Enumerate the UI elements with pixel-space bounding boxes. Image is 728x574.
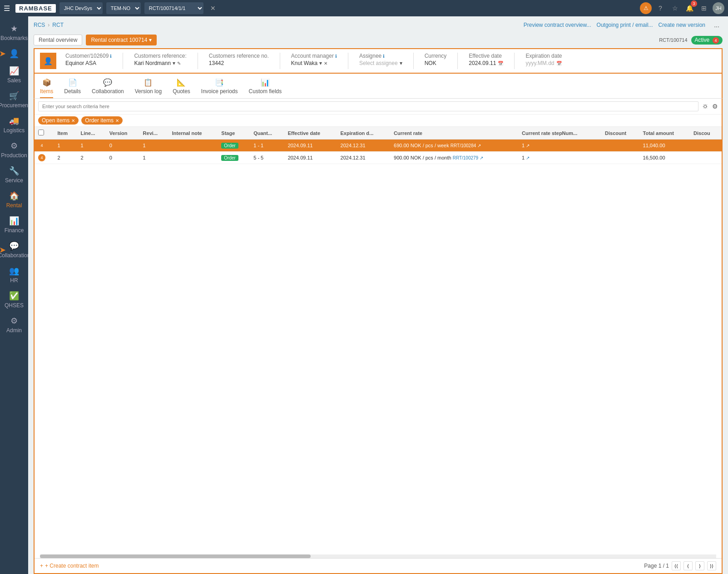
grid-icon[interactable]: ⊞ bbox=[698, 2, 710, 14]
sidebar-item-hr[interactable]: 👥 HR bbox=[0, 262, 28, 287]
first-page-btn[interactable]: ⟨⟨ bbox=[672, 561, 681, 570]
sidebar-item-logistics[interactable]: 🚚 Logistics bbox=[0, 112, 28, 137]
col-expiration-date[interactable]: Expiration d... bbox=[337, 127, 391, 140]
filter-tag-order-items[interactable]: Order items ✕ bbox=[81, 116, 123, 125]
sidebar-item-finance[interactable]: 📊 Finance bbox=[0, 212, 28, 237]
tab-quotes[interactable]: 📐 Quotes bbox=[173, 76, 190, 98]
rate-link-icon[interactable]: RRT/100279 ↗ bbox=[453, 155, 483, 160]
form-separator-4 bbox=[348, 53, 348, 69]
items-tab-label: Items bbox=[40, 88, 53, 95]
tab-dropdown-arrow[interactable]: ▾ bbox=[149, 37, 152, 43]
tab-rental-overview[interactable]: Rental overview bbox=[34, 35, 82, 45]
close-tab-btn[interactable]: ✕ bbox=[207, 2, 219, 14]
top-bar-right: ⚠ ? ☆ 🔔 3 ⊞ JH bbox=[640, 2, 724, 14]
col-total-amount[interactable]: Total amount bbox=[639, 127, 690, 140]
assignee-info-icon[interactable]: ℹ bbox=[383, 54, 385, 59]
effective-date-calendar-icon[interactable]: 📅 bbox=[498, 61, 503, 66]
reference-dropdown-icon[interactable]: ▾ bbox=[173, 60, 175, 66]
create-version-link[interactable]: Create new version bbox=[659, 22, 705, 28]
customer-info-icon[interactable]: ℹ bbox=[110, 54, 112, 59]
row2-item: 2 bbox=[54, 152, 77, 164]
help-icon[interactable]: ? bbox=[654, 2, 666, 14]
search-input[interactable] bbox=[38, 101, 698, 111]
breadcrumb-rct[interactable]: RCT bbox=[52, 22, 64, 28]
sidebar-item-collaboration[interactable]: ➤ 💬 Collaboration bbox=[0, 237, 28, 262]
customers-reference-no-field: Customers reference no. 13442 bbox=[209, 53, 269, 66]
sidebar-item-bookmarks[interactable]: ★ Bookmarks bbox=[0, 20, 28, 45]
filter-tag-open-items[interactable]: Open items ✕ bbox=[38, 116, 79, 125]
sidebar-item-rental[interactable]: 🏠 Rental bbox=[0, 187, 28, 212]
tab-collaboration[interactable]: 💬 Collaboration bbox=[92, 76, 124, 98]
last-page-btn[interactable]: ⟩⟩ bbox=[707, 561, 716, 570]
tab-items[interactable]: 📦 Items bbox=[40, 76, 53, 98]
account-manager-dropdown-icon[interactable]: ▾ bbox=[319, 60, 322, 66]
col-version[interactable]: Version bbox=[106, 127, 139, 140]
col-discount2[interactable]: Discou bbox=[690, 127, 722, 140]
prev-page-btn[interactable]: ⟨ bbox=[683, 561, 693, 570]
menu-icon[interactable]: ☰ bbox=[4, 4, 10, 13]
tab-version-log[interactable]: 📋 Version log bbox=[135, 76, 162, 98]
step-link-icon[interactable]: ↗ bbox=[526, 143, 530, 148]
sidebar-item-service[interactable]: 🔧 Service bbox=[0, 162, 28, 187]
form-separator-7 bbox=[514, 53, 515, 69]
filter-icon-btn[interactable]: ⛭ bbox=[702, 103, 708, 110]
company-dropdown[interactable]: JHC DevSys bbox=[59, 2, 103, 14]
col-rate-step[interactable]: Current rate stepNum... bbox=[518, 127, 601, 140]
assignee-dropdown-icon[interactable]: ▾ bbox=[400, 60, 402, 66]
production-icon: ⚙ bbox=[10, 141, 18, 151]
sidebar-item-qhses[interactable]: ✅ QHSES bbox=[0, 287, 28, 312]
sidebar-item-label: Sales bbox=[7, 77, 21, 84]
next-page-btn[interactable]: ⟩ bbox=[695, 561, 704, 570]
avatar[interactable]: JH bbox=[713, 2, 724, 14]
step-link-icon[interactable]: ↗ bbox=[526, 155, 530, 160]
remove-filter-order-items[interactable]: ✕ bbox=[115, 118, 119, 123]
more-actions-btn[interactable]: ... bbox=[711, 19, 723, 31]
tab-custom-fields[interactable]: 📊 Custom fields bbox=[249, 76, 282, 98]
account-manager-info-icon[interactable]: ℹ bbox=[335, 54, 337, 59]
document-ref-dropdown[interactable]: RCT/100714/1/1 bbox=[144, 2, 203, 14]
tab-details[interactable]: 📄 Details bbox=[64, 76, 81, 98]
sidebar-item-label: Rental bbox=[6, 202, 22, 209]
expiration-date-calendar-icon[interactable]: 📅 bbox=[556, 61, 562, 66]
create-contract-item-link[interactable]: + + Create contract item bbox=[40, 563, 99, 569]
currency-value: NOK bbox=[425, 60, 447, 66]
star-icon[interactable]: ☆ bbox=[669, 2, 681, 14]
account-manager-clear-icon[interactable]: ✕ bbox=[324, 61, 327, 66]
col-internal-note[interactable]: Internal note bbox=[168, 127, 218, 140]
col-effective-date[interactable]: Effective date bbox=[284, 127, 337, 140]
horizontal-scrollbar[interactable] bbox=[40, 554, 716, 558]
customer-field: Customer/102609 ℹ Equinor ASA bbox=[65, 53, 112, 66]
top-bar: ☰ RAMBASE JHC DevSys TEM-NO RCT/100714/1… bbox=[0, 0, 728, 16]
rate-link-icon[interactable]: RRT/100284 ↗ bbox=[451, 143, 481, 148]
sidebar-item-user[interactable]: ➤ 👤 bbox=[0, 45, 28, 62]
row2-expiration-date: 2024.12.31 bbox=[337, 152, 391, 164]
col-discount[interactable]: Discount bbox=[601, 127, 639, 140]
alert-icon[interactable]: ⚠ bbox=[640, 2, 652, 14]
col-quantity[interactable]: Quant... bbox=[250, 127, 284, 140]
environment-dropdown[interactable]: TEM-NO bbox=[106, 2, 141, 14]
select-all-checkbox[interactable] bbox=[38, 130, 44, 135]
col-current-rate[interactable]: Current rate bbox=[390, 127, 518, 140]
preview-contract-link[interactable]: Preview contract overview... bbox=[524, 22, 591, 28]
table-row[interactable]: 4 2 2 0 1 Order 5 - 5 2024.09.11 2024.12… bbox=[35, 152, 722, 164]
sidebar: ★ Bookmarks ➤ 👤 📈 Sales 🛒 Procurement 🚚 … bbox=[0, 16, 28, 574]
sidebar-item-production[interactable]: ⚙ Production bbox=[0, 137, 28, 162]
settings-icon-btn[interactable]: ⚙ bbox=[712, 103, 718, 110]
tab-rental-contract[interactable]: Rental contract 100714 ▾ bbox=[86, 35, 157, 45]
breadcrumb-rcs[interactable]: RCS bbox=[34, 22, 45, 28]
remove-filter-open-items[interactable]: ✕ bbox=[71, 118, 75, 123]
tab-invoice-periods[interactable]: 📑 Invoice periods bbox=[201, 76, 238, 98]
scrollbar-thumb[interactable] bbox=[40, 554, 311, 558]
col-item[interactable]: Item bbox=[54, 127, 77, 140]
reference-edit-icon[interactable]: ✎ bbox=[177, 61, 181, 66]
notifications-icon[interactable]: 🔔 3 bbox=[683, 2, 695, 14]
col-revision[interactable]: Revi... bbox=[139, 127, 168, 140]
customers-reference-field: Customers reference: Kari Nordmann ▾ ✎ bbox=[134, 53, 186, 66]
col-stage[interactable]: Stage bbox=[218, 127, 250, 140]
print-link[interactable]: Outgoing print / email... bbox=[597, 22, 653, 28]
table-row[interactable]: 4 1 1 0 1 Order 1 - 1 2024.09.11 2024.12… bbox=[35, 140, 722, 152]
sidebar-item-procurement[interactable]: 🛒 Procurement bbox=[0, 87, 28, 112]
col-line[interactable]: Line... bbox=[77, 127, 106, 140]
sidebar-item-admin[interactable]: ⚙ Admin bbox=[0, 312, 28, 337]
sidebar-item-sales[interactable]: 📈 Sales bbox=[0, 62, 28, 87]
